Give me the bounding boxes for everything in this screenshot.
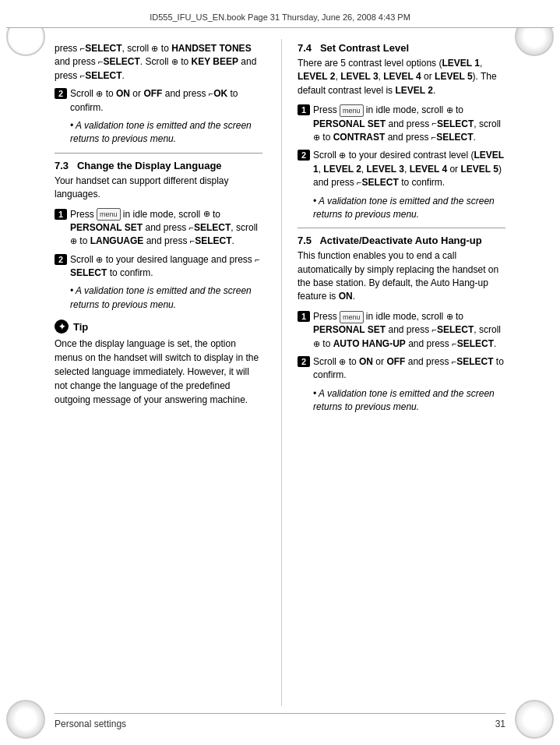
step-2-keytone: 2 Scroll ⊕ to ON or OFF and press ⌐OK to… — [55, 87, 262, 115]
section-74-intro: There are 5 contrast level options (LEVE… — [298, 57, 505, 97]
bullet-note-keytone: A validation tone is emitted and the scr… — [70, 119, 262, 147]
scroll-icon-5: ⊕ — [70, 235, 77, 248]
bullet-note-contrast: A validation tone is emitted and the scr… — [313, 195, 505, 222]
scroll-icon-4: ⊕ — [203, 208, 210, 221]
divider-2 — [298, 228, 505, 228]
section-74-title: 7.4 Set Contrast Level — [298, 42, 505, 54]
step-1-lang-content: Press menu in idle mode, scroll ⊕ to PER… — [70, 208, 262, 249]
step-1-contrast-content: Press menu in idle mode, scroll ⊕ to PER… — [313, 104, 505, 144]
menu-button-icon: menu — [97, 208, 121, 221]
tip-label: Tip — [73, 321, 88, 333]
step-num-2-hangup: 2 — [298, 356, 310, 367]
left-column: press ⌐SELECT, scroll ⊕ to HANDSET TONES… — [55, 39, 262, 706]
divider-1 — [55, 153, 262, 154]
tip-header: ✦ Tip — [55, 320, 262, 334]
step-num-2: 2 — [55, 88, 67, 99]
header-text: ID555_IFU_US_EN.book Page 31 Thursday, J… — [150, 12, 410, 22]
step-2-lang: 2 Scroll ⊕ to your desired language and … — [55, 253, 262, 281]
step-num-1-lang: 1 — [55, 209, 67, 220]
tip-star-icon: ✦ — [55, 320, 69, 334]
step-1-contrast: 1 Press menu in idle mode, scroll ⊕ to P… — [298, 104, 505, 144]
scroll-icon-9: ⊕ — [339, 150, 346, 162]
step-1-hangup-content: Press menu in idle mode, scroll ⊕ to PER… — [313, 310, 505, 351]
step-2-contrast-content: Scroll ⊕ to your desired contrast level … — [313, 149, 505, 189]
header-bar: ID555_IFU_US_EN.book Page 31 Thursday, J… — [6, 6, 554, 28]
scroll-icon-1: ⊕ — [151, 43, 158, 55]
deco-circle-bottomleft — [6, 700, 45, 739]
section-75-title: 7.5 Activate/Deactivate Auto Hang-up — [298, 235, 505, 246]
step-num-2-contrast: 2 — [298, 150, 310, 161]
bullet-note-lang: A validation tone is emitted and the scr… — [70, 284, 262, 312]
two-column-layout: press ⌐SELECT, scroll ⊕ to HANDSET TONES… — [55, 39, 505, 706]
tip-body: Once the display language is set, the op… — [55, 337, 262, 407]
step-2-hangup-content: Scroll ⊕ to ON or OFF and press ⌐SELECT … — [313, 355, 505, 383]
footer: Personal settings 31 — [55, 713, 505, 729]
section-73-intro: Your handset can support different displ… — [55, 175, 262, 202]
step-num-1-contrast: 1 — [298, 104, 310, 115]
scroll-icon-2: ⊕ — [171, 56, 178, 69]
menu-button-icon-3: menu — [340, 311, 364, 323]
step-2-hangup: 2 Scroll ⊕ to ON or OFF and press ⌐SELEC… — [298, 355, 505, 383]
tip-box: ✦ Tip Once the display language is set, … — [55, 320, 262, 407]
deco-circle-bottomright — [515, 700, 554, 739]
step-1-hangup: 1 Press menu in idle mode, scroll ⊕ to P… — [298, 310, 505, 351]
scroll-icon-6: ⊕ — [96, 254, 103, 267]
main-content: press ⌐SELECT, scroll ⊕ to HANDSET TONES… — [55, 39, 505, 706]
scroll-icon-10: ⊕ — [446, 311, 453, 323]
section-73-title: 7.3 Change the Display Language — [55, 160, 262, 171]
step-2-keytone-content: Scroll ⊕ to ON or OFF and press ⌐OK to c… — [70, 87, 262, 115]
section-75-intro: This function enables you to end a call … — [298, 249, 505, 304]
scroll-icon-7: ⊕ — [446, 104, 453, 117]
footer-right: 31 — [495, 719, 505, 729]
step-2-lang-content: Scroll ⊕ to your desired language and pr… — [70, 253, 262, 281]
scroll-icon-3: ⊕ — [96, 88, 103, 101]
select-slash-icon-6: ⌐ — [255, 254, 259, 267]
footer-left: Personal settings — [55, 719, 126, 729]
scroll-icon-11: ⊕ — [313, 338, 320, 351]
step-num-2-lang: 2 — [55, 254, 67, 265]
step-1-lang: 1 Press menu in idle mode, scroll ⊕ to P… — [55, 208, 262, 249]
right-column: 7.4 Set Contrast Level There are 5 contr… — [281, 39, 505, 706]
menu-button-icon-2: menu — [340, 104, 364, 117]
step-2-contrast: 2 Scroll ⊕ to your desired contrast leve… — [298, 149, 505, 189]
step-num-1-hangup: 1 — [298, 311, 310, 322]
continuation-text: press ⌐SELECT, scroll ⊕ to HANDSET TONES… — [55, 42, 262, 83]
bullet-note-hangup: A validation tone is emitted and the scr… — [313, 387, 505, 415]
scroll-icon-8: ⊕ — [313, 132, 320, 144]
scroll-icon-12: ⊕ — [339, 356, 346, 369]
